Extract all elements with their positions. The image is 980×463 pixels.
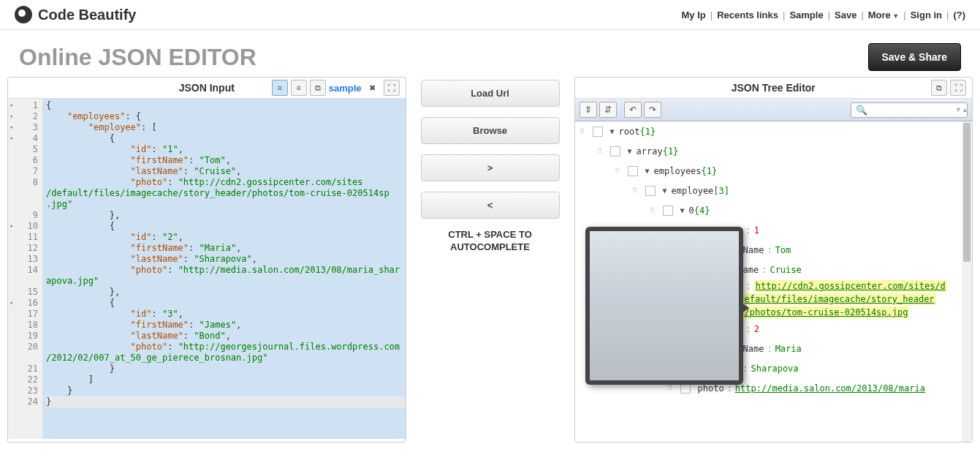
sample-link[interactable]: sample	[329, 83, 362, 94]
scrollbar[interactable]	[962, 121, 972, 442]
title-row: Online JSON EDITOR Save & Share	[0, 30, 980, 77]
tree-body[interactable]: ⠿▼root {1}⠿▼array {1}⠿▼employees {1}⠿▼em…	[575, 121, 973, 442]
search-dropdown-icon[interactable]: ▼▲	[955, 106, 968, 113]
copy-icon[interactable]: ⧉	[310, 80, 326, 96]
transfer-left-button[interactable]: <	[421, 192, 560, 219]
tree-row[interactable]: ⠿▼root {1}	[575, 121, 973, 141]
fullscreen-left-icon[interactable]: ⛶	[384, 80, 400, 96]
photo-preview-image	[590, 231, 739, 380]
browse-button[interactable]: Browse	[421, 117, 560, 144]
json-tree-title: JSON Tree Editor	[732, 82, 816, 94]
tree-row[interactable]: ⠿▼0 {4}	[575, 200, 973, 220]
load-url-button[interactable]: Load Url	[421, 80, 560, 107]
code-editor[interactable]: ▾1▾2▾3▾456789▾101112131415▾1617181920212…	[8, 99, 406, 439]
json-input-panel: JSON Input ≡ ≡ ⧉ sample ✖ ⛶ ▾1▾2▾3▾45678…	[7, 77, 406, 443]
tree-search[interactable]: 🔍 ▼▲	[851, 102, 968, 118]
redo-icon[interactable]: ↷	[644, 102, 661, 118]
top-header: Code Beautify My Ip| Recents links| Samp…	[0, 0, 980, 30]
transfer-right-button[interactable]: >	[421, 154, 560, 181]
json-tree-header: JSON Tree Editor ⧉ ⛶	[575, 78, 973, 99]
logo-text: Code Beautify	[38, 7, 136, 23]
json-tree-panel: JSON Tree Editor ⧉ ⛶ ⇕ ⇵ ↶ ↷ 🔍 ▼▲ ⠿▼roo	[574, 77, 973, 443]
gutter: ▾1▾2▾3▾456789▾101112131415▾1617181920212…	[8, 99, 43, 439]
photo-preview-popup	[585, 227, 743, 385]
nav-save[interactable]: Save	[835, 10, 856, 20]
format-right-icon[interactable]: ≡	[291, 80, 307, 96]
clear-icon[interactable]: ✖	[365, 80, 381, 96]
nav-signin[interactable]: Sign in	[911, 10, 942, 20]
fullscreen-right-icon[interactable]: ⛶	[950, 80, 966, 96]
nav-sample[interactable]: Sample	[789, 10, 823, 20]
middle-column: Load Url Browse > < CTRL + SPACE TO AUTO…	[421, 77, 560, 443]
collapse-all-icon[interactable]: ⇵	[599, 102, 617, 118]
search-icon: 🔍	[856, 105, 867, 116]
json-input-title: JSON Input	[179, 82, 235, 94]
tree-search-input[interactable]	[867, 105, 955, 114]
tree-toolbar: ⇕ ⇵ ↶ ↷ 🔍 ▼▲	[575, 99, 973, 121]
logo[interactable]: Code Beautify	[15, 6, 136, 23]
format-left-icon[interactable]: ≡	[272, 80, 288, 96]
tree-row[interactable]: ⠿▼array {1}	[575, 141, 973, 161]
json-input-header: JSON Input ≡ ≡ ⧉ sample ✖ ⛶	[8, 78, 406, 99]
save-share-button[interactable]: Save & Share	[868, 43, 962, 71]
tree-row[interactable]: ⠿▼employees {1}	[575, 161, 973, 181]
nav-help[interactable]: (?)	[953, 10, 965, 20]
nav-recents[interactable]: Recents links	[717, 10, 778, 20]
code-area[interactable]: { "employees": { "employee": [ { "id": "…	[43, 99, 406, 439]
nav-more[interactable]: More ▼	[868, 10, 899, 20]
undo-icon[interactable]: ↶	[624, 102, 642, 118]
scrollbar-thumb[interactable]	[963, 123, 970, 262]
nav-myip[interactable]: My Ip	[682, 10, 706, 20]
page-title: Online JSON EDITOR	[19, 44, 257, 71]
autocomplete-hint: CTRL + SPACE TO AUTOCOMPLETE	[421, 229, 560, 254]
expand-all-icon[interactable]: ⇕	[580, 102, 597, 118]
tree-row[interactable]: ⠿▼employee [3]	[575, 181, 973, 200]
logo-icon	[15, 6, 32, 23]
copy-tree-icon[interactable]: ⧉	[931, 80, 947, 96]
nav-links: My Ip| Recents links| Sample| Save| More…	[682, 10, 965, 20]
main-layout: JSON Input ≡ ≡ ⧉ sample ✖ ⛶ ▾1▾2▾3▾45678…	[0, 77, 980, 443]
